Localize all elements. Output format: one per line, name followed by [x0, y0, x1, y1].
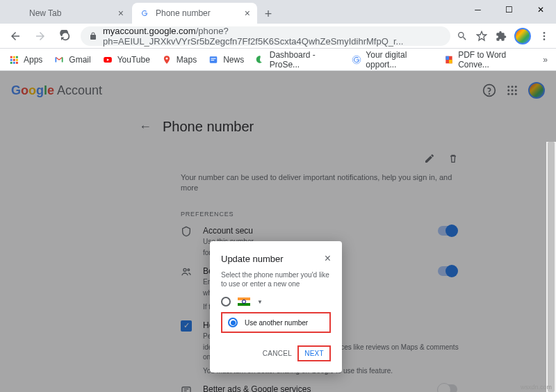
youtube-icon [102, 54, 113, 65]
bookmark-digital[interactable]: Your digital opport... [352, 50, 433, 70]
bookmark-label: Dashboard - ProSe... [270, 50, 341, 70]
svg-rect-20 [445, 56, 449, 59]
bookmark-dashboard[interactable]: Dashboard - ProSe... [255, 50, 341, 70]
svg-rect-7 [10, 58, 13, 60]
bookmark-label: PDF to Word Conve... [458, 50, 532, 70]
leaf-icon [255, 54, 265, 65]
close-window-button[interactable]: ✕ [525, 0, 556, 19]
close-icon[interactable]: × [245, 8, 250, 19]
maximize-button[interactable]: ☐ [493, 0, 525, 19]
radio-label: Use another number [245, 319, 308, 327]
close-icon[interactable]: × [325, 252, 331, 265]
maps-icon [161, 54, 172, 65]
bookmark-label: Maps [177, 55, 197, 65]
minimize-button[interactable]: ─ [462, 0, 493, 19]
back-button[interactable] [6, 26, 25, 46]
bookmark-label: Apps [24, 55, 42, 65]
new-tab-button[interactable]: + [259, 4, 278, 24]
svg-rect-21 [449, 60, 452, 63]
address-bar: myaccount.google.com/phone?ph=AEIUL_JRXk… [0, 24, 556, 49]
browser-tab-active[interactable]: Phone number × [132, 3, 257, 24]
bookmarks-bar: Apps Gmail YouTube Maps News Dashboard -… [0, 49, 556, 71]
radio-option-existing[interactable]: ▼ [221, 297, 331, 307]
dialog-description: Select the phone number you'd like to us… [221, 270, 331, 288]
bookmark-label: News [223, 55, 244, 65]
bookmark-label: YouTube [117, 55, 150, 65]
dialog-title: Update number [221, 254, 284, 264]
bookmark-news[interactable]: News [208, 54, 244, 65]
svg-rect-9 [16, 58, 18, 60]
close-icon[interactable]: × [118, 8, 124, 19]
svg-rect-4 [10, 56, 13, 58]
chevron-down-icon[interactable]: ▼ [257, 299, 263, 305]
reload-button[interactable] [56, 26, 75, 46]
svg-rect-11 [13, 61, 15, 63]
svg-rect-10 [10, 61, 13, 63]
google-favicon [139, 8, 150, 19]
page-content: GoogleAccount ← Phone number [0, 71, 556, 392]
gmail-icon [54, 54, 65, 65]
flag-india-icon [238, 297, 250, 306]
radio-option-new-highlighted[interactable]: Use another number [221, 312, 331, 333]
svg-rect-5 [13, 56, 15, 58]
bookmark-label: Your digital opport... [366, 50, 432, 70]
svg-rect-12 [16, 61, 18, 63]
watermark: wsxdn.com [521, 384, 552, 391]
profile-avatar[interactable] [514, 28, 531, 44]
url-text: myaccount.google.com/phone?ph=AEIUL_JRXk… [103, 26, 442, 47]
tab-title: New Tab [29, 8, 61, 18]
pdf-icon [444, 54, 455, 65]
svg-rect-17 [211, 60, 215, 60]
blank-tab-icon [13, 8, 24, 19]
next-button[interactable]: NEXT [297, 345, 331, 361]
bookmark-pdf[interactable]: PDF to Word Conve... [444, 50, 532, 70]
svg-rect-6 [16, 56, 18, 58]
cancel-button[interactable]: CANCEL [263, 350, 292, 357]
svg-rect-8 [13, 58, 15, 60]
browser-tab-inactive[interactable]: New Tab × [6, 3, 131, 24]
bookmark-maps[interactable]: Maps [161, 54, 197, 65]
address-actions [456, 28, 550, 44]
svg-point-14 [165, 57, 167, 59]
scrollbar[interactable] [546, 142, 556, 392]
news-icon [208, 54, 219, 65]
tab-title: Phone number [156, 8, 211, 18]
apps-grid-icon [8, 54, 19, 65]
apps-shortcut[interactable]: Apps [8, 54, 42, 65]
omnibox[interactable]: myaccount.google.com/phone?ph=AEIUL_JRXk… [81, 26, 450, 46]
google-g-icon [352, 54, 362, 65]
zoom-icon[interactable] [456, 30, 468, 42]
update-number-dialog: Update number × Select the phone number … [210, 241, 342, 373]
browser-titlebar: New Tab × Phone number × + ─ ☐ ✕ [0, 0, 556, 24]
bookmark-gmail[interactable]: Gmail [54, 54, 90, 65]
bookmark-label: Gmail [69, 55, 90, 65]
scrollbar-thumb[interactable] [548, 142, 555, 392]
window-controls: ─ ☐ ✕ [462, 0, 556, 24]
svg-point-1 [543, 32, 546, 34]
forward-button[interactable] [31, 26, 50, 46]
lock-icon [89, 32, 97, 40]
chrome-menu-icon[interactable] [538, 30, 550, 42]
radio-selected-icon [228, 318, 238, 327]
star-icon[interactable] [475, 30, 488, 42]
radio-unselected-icon [221, 297, 231, 307]
svg-point-3 [543, 38, 546, 40]
bookmark-youtube[interactable]: YouTube [102, 54, 150, 65]
bookmarks-overflow-icon[interactable]: » [543, 55, 548, 65]
extensions-icon[interactable] [495, 30, 507, 42]
svg-rect-16 [211, 58, 216, 58]
svg-point-2 [543, 35, 546, 37]
